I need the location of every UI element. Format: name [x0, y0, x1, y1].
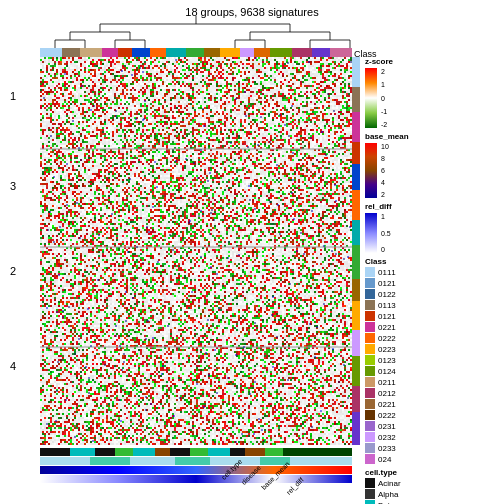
- class-strip-15: [292, 48, 312, 57]
- class-strip-10: [204, 48, 220, 57]
- reldiff-legend: rel_diff 1 0.5 0: [365, 202, 500, 253]
- zscore-colorbar: [365, 68, 377, 128]
- class-legend-item-0113: 0113: [365, 300, 500, 310]
- class-strip-12: [240, 48, 254, 57]
- disease-strip: [40, 457, 352, 465]
- class-legend-item-0111: 0111: [365, 267, 500, 277]
- celltype-acinar: Acinar: [365, 478, 500, 488]
- reldiff-val-05: 0.5: [381, 230, 391, 237]
- dendrogram: [40, 14, 352, 52]
- class-legend-item-0121b: 0121: [365, 311, 500, 321]
- class-legend-item-024: 024: [365, 454, 500, 464]
- reldiff-val-0: 0: [381, 246, 391, 253]
- basemean-val-4: 4: [381, 179, 389, 186]
- basemean-val-6: 6: [381, 167, 389, 174]
- basemean-legend: base_mean 10 8 6 4 2: [365, 132, 500, 198]
- class-legend-item-0122: 0122: [365, 289, 500, 299]
- class-legend-item-0121: 0121: [365, 278, 500, 288]
- right-panel: z-score 2 1 0 -1 -2 base_mean 10 8: [365, 57, 500, 504]
- zscore-legend: z-score 2 1 0 -1 -2: [365, 57, 500, 128]
- row-group-label-1: 1: [10, 90, 16, 102]
- class-legend-item-0221b: 0221: [365, 399, 500, 409]
- class-bar-vertical: [352, 57, 360, 445]
- base-mean-strip: [40, 466, 352, 474]
- celltype-alpha: Alpha: [365, 489, 500, 499]
- basemean-val-8: 8: [381, 155, 389, 162]
- class-legend-title: Class: [365, 257, 500, 266]
- row-group-label-2: 2: [10, 265, 16, 277]
- zscore-val-0: 0: [381, 95, 387, 102]
- zscore-legend-title: z-score: [365, 57, 500, 66]
- reldiff-val-1: 1: [381, 213, 391, 220]
- celltype-legend-title: cell.type: [365, 468, 500, 477]
- basemean-colorbar: [365, 143, 377, 198]
- rel-diff-strip: [40, 475, 352, 483]
- celltype-legend: cell.type Acinar Alpha Beta Delta Ductal…: [365, 468, 500, 504]
- class-legend-item-0222: 0222: [365, 333, 500, 343]
- class-legend-item-0212: 0212: [365, 388, 500, 398]
- celltype-beta: Beta: [365, 500, 500, 504]
- class-legend-item-0231: 0231: [365, 421, 500, 431]
- class-color-strip: [40, 48, 352, 57]
- zscore-val-n1: -1: [381, 108, 387, 115]
- basemean-val-10: 10: [381, 143, 389, 150]
- class-strip-8: [166, 48, 186, 57]
- reldiff-legend-title: rel_diff: [365, 202, 500, 211]
- class-strip-13: [254, 48, 270, 57]
- class-legend: Class 0111 0121 0122 0113 0121 0221 0222…: [365, 257, 500, 464]
- reldiff-colorbar: [365, 213, 377, 253]
- zscore-val-2: 2: [381, 68, 387, 75]
- main-container: 18 groups, 9638 signatures: [0, 0, 504, 504]
- row-group-label-3: 3: [10, 180, 16, 192]
- class-legend-item-0211: 0211: [365, 377, 500, 387]
- class-strip-3: [80, 48, 102, 57]
- class-strip-5: [118, 48, 132, 57]
- row-group-label-4: 4: [10, 360, 16, 372]
- class-strip-9: [186, 48, 204, 57]
- basemean-val-2: 2: [381, 191, 389, 198]
- zscore-val-1: 1: [381, 81, 387, 88]
- class-legend-item-0123: 0123: [365, 355, 500, 365]
- class-legend-item-0232: 0232: [365, 432, 500, 442]
- basemean-legend-title: base_mean: [365, 132, 500, 141]
- class-legend-item-0223: 0223: [365, 344, 500, 354]
- zscore-val-n2: -2: [381, 121, 387, 128]
- class-strip-4: [102, 48, 118, 57]
- class-legend-item-0222b: 0222: [365, 410, 500, 420]
- class-strip-16: [312, 48, 330, 57]
- class-strip-7: [150, 48, 166, 57]
- cell-type-strip: [40, 448, 352, 456]
- class-strip-2: [62, 48, 80, 57]
- class-legend-item-0124: 0124: [365, 366, 500, 376]
- class-strip-17: [330, 48, 352, 57]
- class-strip-11: [220, 48, 240, 57]
- class-strip-6: [132, 48, 150, 57]
- class-strip-14: [270, 48, 292, 57]
- class-legend-item-0233: 0233: [365, 443, 500, 453]
- class-legend-item-0221: 0221: [365, 322, 500, 332]
- heatmap-canvas: [40, 57, 352, 445]
- class-strip-1: [40, 48, 62, 57]
